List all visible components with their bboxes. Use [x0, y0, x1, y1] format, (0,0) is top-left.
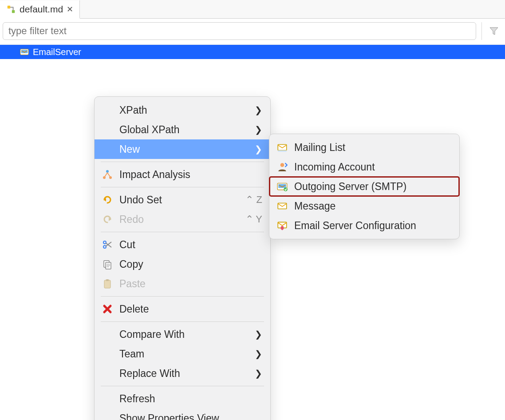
submenu-arrow-icon: ❯: [255, 144, 262, 155]
submenu-item-email-server-config[interactable]: Email Server Configuration: [269, 216, 459, 235]
undo-icon: [101, 193, 114, 206]
svg-rect-19: [278, 203, 287, 209]
menu-shortcut: ⌃ Y: [245, 214, 262, 225]
menu-separator: [101, 232, 264, 232]
menu-label: Outgoing Server (SMTP): [294, 181, 451, 193]
mailing-list-icon: [276, 141, 289, 154]
submenu-item-message[interactable]: Message: [269, 196, 459, 216]
menu-item-global-xpath[interactable]: Global XPath ❯: [95, 120, 270, 139]
tree-node-emailserver[interactable]: EmailServer: [0, 45, 505, 59]
menu-item-undo-set[interactable]: Undo Set ⌃ Z: [95, 190, 270, 210]
menu-label: Message: [294, 200, 451, 212]
svg-rect-13: [278, 145, 287, 151]
editor-tab-label: default.md: [20, 4, 63, 15]
impact-analysis-icon: [101, 168, 114, 181]
menu-item-new[interactable]: New ❯: [95, 139, 270, 159]
svg-rect-14: [278, 151, 287, 152]
svg-point-15: [280, 163, 284, 167]
menu-separator: [101, 386, 264, 386]
menu-item-show-properties[interactable]: Show Properties View: [95, 408, 270, 420]
menu-separator: [101, 296, 264, 297]
email-server-config-icon: [276, 219, 289, 232]
context-menu: XPath ❯ Global XPath ❯ New ❯ Impact: [94, 96, 271, 420]
filter-input[interactable]: [3, 22, 476, 40]
menu-label: Impact Analysis: [119, 169, 262, 181]
submenu-arrow-icon: ❯: [255, 368, 262, 379]
tree-node-label: EmailServer: [33, 47, 81, 57]
tree-panel: EmailServer XPath ❯ Global XPath ❯ New ❯: [0, 45, 505, 420]
menu-item-team[interactable]: Team ❯: [95, 344, 270, 364]
menu-shortcut: ⌃ Z: [245, 194, 262, 206]
menu-label: Cut: [119, 239, 262, 251]
svg-point-21: [281, 226, 284, 229]
submenu-arrow-icon: ❯: [255, 349, 262, 359]
menu-item-impact-analysis[interactable]: Impact Analysis: [95, 165, 270, 184]
menu-item-xpath[interactable]: XPath ❯: [95, 100, 270, 120]
paste-icon: [101, 277, 114, 290]
menu-item-compare-with[interactable]: Compare With ❯: [95, 325, 270, 344]
copy-icon: [101, 258, 114, 271]
delete-x-icon: [101, 302, 114, 316]
email-server-icon: [19, 46, 30, 58]
submenu-arrow-icon: ❯: [255, 124, 262, 135]
menu-separator: [101, 187, 264, 187]
message-envelope-icon: [276, 199, 289, 213]
menu-separator: [101, 321, 264, 322]
menu-item-replace-with[interactable]: Replace With ❯: [95, 364, 270, 383]
menu-label: New: [119, 143, 249, 155]
menu-label: Undo Set: [119, 194, 240, 206]
menu-item-redo: Redo ⌃ Y: [95, 210, 270, 229]
svg-point-4: [106, 170, 109, 173]
menu-label: Incoming Account: [294, 161, 451, 173]
menu-label: Replace With: [119, 368, 249, 380]
submenu-new: Mailing List Incoming Account: [269, 134, 460, 239]
filter-bar: [0, 19, 505, 45]
filter-funnel-icon[interactable]: [487, 22, 501, 40]
submenu-arrow-icon: ❯: [255, 329, 262, 340]
menu-label: Mailing List: [294, 142, 451, 154]
file-tree-icon: [6, 4, 16, 14]
menu-label: XPath: [119, 104, 249, 116]
outgoing-server-icon: [276, 180, 289, 193]
menu-item-delete[interactable]: Delete: [95, 299, 270, 319]
menu-separator: [101, 162, 264, 162]
menu-label: Paste: [119, 278, 262, 290]
menu-label: Delete: [119, 303, 262, 315]
menu-item-paste: Paste: [95, 274, 270, 293]
incoming-account-icon: [276, 160, 289, 174]
submenu-item-incoming-account[interactable]: Incoming Account: [269, 157, 459, 177]
editor-tab-default[interactable]: default.md ✕: [0, 0, 80, 19]
menu-label: Email Server Configuration: [294, 220, 451, 232]
redo-icon: [101, 213, 114, 226]
menu-item-cut[interactable]: Cut: [95, 235, 270, 254]
filter-divider: [481, 22, 482, 40]
editor-tabbar: default.md ✕: [0, 0, 505, 19]
submenu-item-mailing-list[interactable]: Mailing List: [269, 138, 459, 157]
svg-rect-17: [278, 184, 286, 188]
svg-rect-11: [104, 280, 110, 288]
submenu-item-outgoing-server-smtp[interactable]: Outgoing Server (SMTP): [269, 177, 459, 196]
svg-rect-12: [106, 279, 109, 281]
menu-label: Redo: [119, 214, 240, 226]
close-tab-icon[interactable]: ✕: [67, 4, 73, 14]
menu-label: Copy: [119, 258, 262, 270]
menu-label: Global XPath: [119, 124, 249, 136]
menu-item-copy[interactable]: Copy: [95, 254, 270, 274]
menu-label: Team: [119, 348, 249, 360]
submenu-arrow-icon: ❯: [255, 105, 262, 115]
svg-rect-0: [8, 5, 10, 8]
menu-label: Compare With: [119, 329, 249, 341]
menu-label: Refresh: [119, 393, 262, 405]
menu-label: Show Properties View: [119, 412, 262, 420]
scissors-icon: [101, 238, 114, 251]
menu-item-refresh[interactable]: Refresh: [95, 389, 270, 408]
svg-rect-1: [12, 10, 15, 12]
